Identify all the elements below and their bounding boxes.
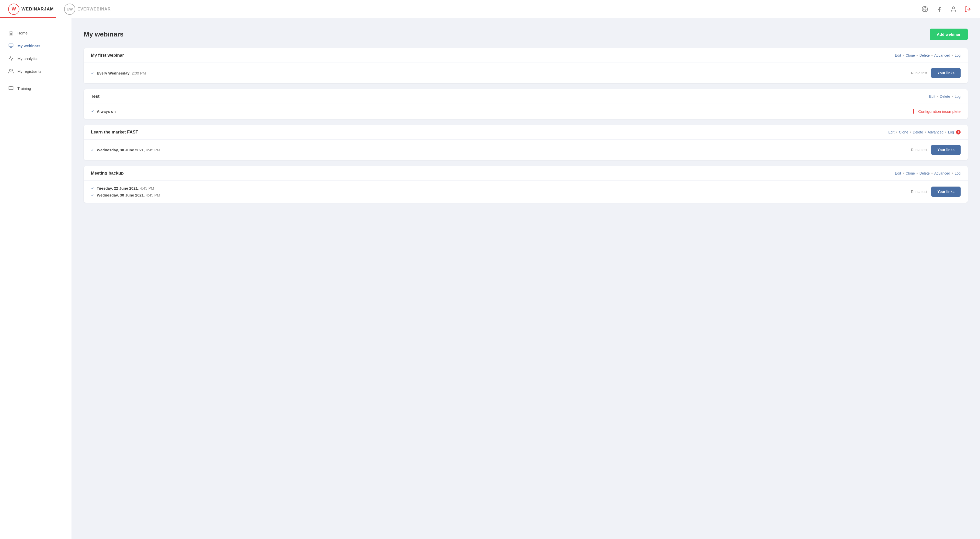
schedule-text: Wednesday, 30 June 2021, 4:45 PM — [97, 148, 160, 152]
advanced-link-learn-market[interactable]: Advanced — [928, 130, 943, 134]
edit-link-first-webinar[interactable]: Edit — [895, 53, 901, 57]
webinar-actions-learn-market: Edit • Clone • Delete • Advanced • Log 1 — [888, 130, 961, 135]
schedule-text: Every Wednesday, 2:00 PM — [97, 71, 146, 75]
user-icon[interactable] — [949, 5, 958, 13]
sidebar-label-training: Training — [18, 86, 31, 90]
dot: • — [931, 171, 933, 175]
check-icon: ✓ — [91, 71, 94, 76]
webinar-body-meeting-backup: ✓ Tuesday, 22 June 2021, 4:45 PM ✓ Wedne… — [84, 181, 968, 203]
clone-link-learn-market[interactable]: Clone — [899, 130, 908, 134]
dot: • — [951, 171, 953, 175]
delete-link-meeting-backup[interactable]: Delete — [920, 171, 930, 175]
log-link-first-webinar[interactable]: Log — [955, 53, 961, 57]
svg-point-2 — [953, 6, 955, 9]
schedule-item: ✓ Wednesday, 30 June 2021, 4:45 PM — [91, 147, 160, 152]
header-underline — [0, 17, 56, 18]
run-test-link-meeting-backup[interactable]: Run a test — [911, 190, 928, 194]
check-icon: ✓ — [91, 186, 94, 191]
dot: • — [903, 53, 904, 57]
action-group-meeting-backup: Run a test Your links — [911, 187, 961, 197]
sidebar-label-home: Home — [18, 31, 27, 35]
webinar-header-learn-market: Learn the market FAST Edit • Clone • Del… — [84, 125, 968, 140]
webinar-actions-first-webinar: Edit • Clone • Delete • Advanced • Log — [895, 53, 961, 57]
clone-link-first-webinar[interactable]: Clone — [905, 53, 915, 57]
add-webinar-button[interactable]: Add webinar — [930, 29, 968, 40]
notification-badge-learn-market: 1 — [956, 130, 961, 135]
delete-link-test[interactable]: Delete — [940, 94, 950, 98]
your-links-button-meeting-backup[interactable]: Your links — [931, 187, 961, 197]
dot: • — [916, 53, 918, 57]
edit-link-meeting-backup[interactable]: Edit — [895, 171, 901, 175]
dot: • — [896, 130, 897, 134]
advanced-link-first-webinar[interactable]: Advanced — [934, 53, 950, 57]
sidebar-item-my-registrants[interactable]: My registrants — [0, 65, 72, 78]
log-link-meeting-backup[interactable]: Log — [955, 171, 961, 175]
main-header: My webinars Add webinar — [84, 29, 968, 40]
dot: • — [924, 130, 926, 134]
globe-icon[interactable] — [921, 5, 929, 13]
webinar-body-learn-market: ✓ Wednesday, 30 June 2021, 4:45 PM Run a… — [84, 140, 968, 160]
dot: • — [903, 171, 904, 175]
sidebar: Home My webinars My analytics — [0, 18, 72, 539]
webinar-header-test: Test Edit • Delete • Log — [84, 89, 968, 104]
schedules-test: ✓ Always on — [91, 109, 116, 114]
ew-logo-circle: EW — [64, 3, 75, 15]
your-links-button-learn-market[interactable]: Your links — [931, 145, 961, 155]
config-incomplete-badge: Configuration incomplete — [913, 109, 961, 114]
sidebar-item-my-analytics[interactable]: My analytics — [0, 52, 72, 65]
everwebinar-logo[interactable]: EW EVERWEBINAR — [64, 3, 111, 15]
schedule-item: ✓ Always on — [91, 109, 116, 114]
delete-link-first-webinar[interactable]: Delete — [920, 53, 930, 57]
your-links-button-first-webinar[interactable]: Your links — [931, 68, 961, 78]
webinar-header-first-webinar: My first webinar Edit • Clone • Delete •… — [84, 48, 968, 63]
sidebar-item-home[interactable]: Home — [0, 27, 72, 39]
schedule-item: ✓ Every Wednesday, 2:00 PM — [91, 71, 146, 76]
dot: • — [931, 53, 933, 57]
webinar-section-learn-market: Learn the market FAST Edit • Clone • Del… — [84, 125, 968, 160]
facebook-icon[interactable] — [935, 5, 943, 13]
webinar-title-meeting-backup: Meeting backup — [91, 171, 124, 176]
webinar-section-first-webinar: My first webinar Edit • Clone • Delete •… — [84, 48, 968, 83]
check-icon: ✓ — [91, 109, 94, 114]
my-webinars-icon — [8, 43, 14, 49]
webinar-title-first-webinar: My first webinar — [91, 53, 124, 58]
check-icon: ✓ — [91, 193, 94, 198]
header: W WEBINARJAM EW EVERWEBINAR — [0, 0, 980, 18]
schedules-learn-market: ✓ Wednesday, 30 June 2021, 4:45 PM — [91, 147, 160, 152]
wj-logo-letter: W — [12, 6, 16, 12]
logout-icon[interactable] — [964, 5, 972, 13]
webinar-header-meeting-backup: Meeting backup Edit • Clone • Delete • A… — [84, 166, 968, 181]
schedule-item-2: ✓ Wednesday, 30 June 2021, 4:45 PM — [91, 193, 160, 198]
dot: • — [916, 171, 918, 175]
sidebar-item-my-webinars[interactable]: My webinars — [0, 39, 72, 52]
registrants-icon — [8, 68, 14, 74]
sidebar-item-training[interactable]: Training — [0, 82, 72, 95]
dot: • — [951, 94, 953, 98]
advanced-link-meeting-backup[interactable]: Advanced — [934, 171, 950, 175]
webinar-body-first-webinar: ✓ Every Wednesday, 2:00 PM Run a test Yo… — [84, 63, 968, 83]
wj-logo-circle: W — [8, 3, 19, 15]
webinar-actions-test: Edit • Delete • Log — [929, 94, 961, 98]
log-link-test[interactable]: Log — [955, 94, 961, 98]
webinar-section-test: Test Edit • Delete • Log ✓ Always on — [84, 89, 968, 119]
layout: Home My webinars My analytics — [0, 18, 980, 539]
delete-link-learn-market[interactable]: Delete — [913, 130, 923, 134]
clone-link-meeting-backup[interactable]: Clone — [905, 171, 915, 175]
webinar-body-test: ✓ Always on Configuration incomplete — [84, 104, 968, 119]
action-group-learn-market: Run a test Your links — [911, 145, 961, 155]
sidebar-label-my-analytics: My analytics — [18, 56, 38, 61]
webinar-title-test: Test — [91, 94, 100, 99]
ew-logo-text: EVERWEBINAR — [77, 7, 111, 11]
action-group-first-webinar: Run a test Your links — [911, 68, 961, 78]
dot: • — [910, 130, 911, 134]
run-test-link-learn-market[interactable]: Run a test — [911, 148, 928, 152]
edit-link-test[interactable]: Edit — [929, 94, 935, 98]
run-test-link-first-webinar[interactable]: Run a test — [911, 71, 928, 75]
webinar-title-learn-market: Learn the market FAST — [91, 130, 138, 135]
ew-logo-letter: EW — [67, 7, 73, 11]
log-link-learn-market[interactable]: Log — [948, 130, 954, 134]
svg-point-7 — [10, 70, 11, 71]
edit-link-learn-market[interactable]: Edit — [888, 130, 894, 134]
webinarjam-logo[interactable]: W WEBINARJAM — [8, 3, 54, 15]
check-icon: ✓ — [91, 147, 94, 152]
